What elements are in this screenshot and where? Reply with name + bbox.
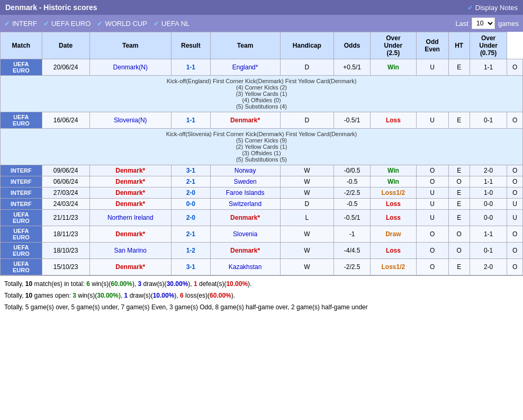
team1-cell: Denmark* (89, 187, 171, 199)
team1-cell: Denmark* (89, 165, 171, 176)
team1-cell: Denmark(N) (89, 59, 171, 76)
table-row: INTERF 06/06/24 Denmark* 2-1 Sweden W -0… (1, 176, 523, 187)
handicap-cell: -2/2.5 (334, 259, 371, 275)
match-type-cell: INTERF (1, 165, 42, 176)
handicap-cell: -1 (334, 226, 371, 243)
odds-cell: Win (371, 165, 417, 176)
ou075-cell: U (507, 199, 523, 210)
ht-cell: 1-0 (470, 187, 507, 199)
filter-uefa-nl[interactable]: ✔ UEFA NL (154, 20, 190, 28)
ou-cell: U (416, 112, 448, 129)
world-cup-label: WORLD CUP (105, 20, 147, 28)
uefa-euro-label: UEFA EURO (51, 20, 91, 28)
ou075-cell: O (507, 243, 523, 259)
main-table: Match Date Team Result Team Handicap Odd… (0, 32, 523, 275)
table-row: UEFAEURO 20/06/24 Denmark(N) 1-1 England… (1, 59, 523, 76)
display-notes-checkbox[interactable]: ✔ (467, 4, 473, 12)
ou075-cell: O (507, 112, 523, 129)
ou075-cell: O (507, 259, 523, 275)
wdl-cell: L (280, 210, 334, 226)
ht-cell: 1-1 (470, 59, 507, 76)
ou075-cell: U (507, 210, 523, 226)
odds-cell: Loss (371, 243, 417, 259)
table-row: UEFAEURO 21/11/23 Northern Ireland 2-0 D… (1, 210, 523, 226)
table-row: INTERF 27/03/24 Denmark* 2-0 Faroe Islan… (1, 187, 523, 199)
team1-cell: Denmark* (89, 226, 171, 243)
filter-uefa-euro[interactable]: ✔ UEFA EURO (43, 20, 91, 28)
team2-cell: Denmark* (210, 112, 280, 129)
detail-cell: Kick-off(Slovenia) First Corner Kick(Den… (1, 129, 523, 165)
col-date: Date (42, 32, 89, 59)
uefa-nl-checkbox[interactable]: ✔ (154, 20, 159, 28)
odds-cell: Loss1/2 (371, 259, 417, 275)
match-type-cell: INTERF (1, 176, 42, 187)
wdl-cell: W (280, 259, 334, 275)
ht-cell: 0-0 (470, 199, 507, 210)
oe-cell: E (448, 165, 470, 176)
col-over-under-25: OverUnder(2.5) (371, 32, 417, 59)
table-row: UEFAEURO 16/06/24 Slovenia(N) 1-1 Denmar… (1, 112, 523, 129)
uefa-euro-checkbox[interactable]: ✔ (43, 20, 49, 28)
match-type-cell: UEFAEURO (1, 226, 42, 243)
handicap-cell: -0.5/1 (334, 210, 371, 226)
result-cell: 0-0 (171, 199, 210, 210)
summary-line3: Totally, 5 game(s) over, 5 game(s) under… (4, 302, 519, 312)
col-ht: HT (448, 32, 470, 59)
date-cell: 24/03/24 (42, 199, 89, 210)
team1-cell: Denmark* (89, 259, 171, 275)
filter-bar: ✔ INTERF ✔ UEFA EURO ✔ WORLD CUP ✔ UEFA … (0, 15, 523, 32)
wdl-cell: W (280, 165, 334, 176)
date-cell: 09/06/24 (42, 165, 89, 176)
ht-cell: 0-1 (470, 112, 507, 129)
ht-cell: 0-1 (470, 243, 507, 259)
detail-row: Kick-off(Slovenia) First Corner Kick(Den… (1, 129, 523, 165)
match-type-cell: UEFAEURO (1, 243, 42, 259)
world-cup-checkbox[interactable]: ✔ (97, 20, 103, 28)
ht-cell: 2-0 (470, 165, 507, 176)
team2-cell: Sweden (210, 176, 280, 187)
result-cell: 1-1 (171, 59, 210, 76)
result-cell: 2-1 (171, 226, 210, 243)
table-row: UEFAEURO 18/10/23 San Marino 1-2 Denmark… (1, 243, 523, 259)
summary-line2: Totally, 10 games open: 3 win(s)(30.00%)… (4, 291, 519, 301)
col-team1: Team (89, 32, 171, 59)
oe-cell: O (448, 226, 470, 243)
interf-checkbox[interactable]: ✔ (4, 20, 10, 28)
ou075-cell: O (507, 59, 523, 76)
odds-cell: Draw (371, 226, 417, 243)
ou-cell: O (416, 243, 448, 259)
games-select[interactable]: 10 20 30 (472, 17, 495, 29)
ou-cell: O (416, 176, 448, 187)
display-notes-toggle[interactable]: ✔ Display Notes (467, 4, 518, 12)
last-label: Last (455, 20, 468, 28)
result-cell: 2-0 (171, 187, 210, 199)
oe-cell: E (448, 259, 470, 275)
ou-cell: O (416, 165, 448, 176)
ou075-cell: O (507, 226, 523, 243)
wdl-cell: D (280, 59, 334, 76)
oe-cell: E (448, 210, 470, 226)
col-over-under-075: OverUnder(0.75) (470, 32, 507, 59)
oe-cell: E (448, 199, 470, 210)
oe-cell: O (448, 176, 470, 187)
ou-cell: U (416, 187, 448, 199)
oe-cell: E (448, 59, 470, 76)
table-row: INTERF 09/06/24 Denmark* 3-1 Norway W -0… (1, 165, 523, 176)
display-notes-label: Display Notes (475, 4, 518, 12)
ht-cell: 2-0 (470, 259, 507, 275)
table-row: UEFAEURO 15/10/23 Denmark* 3-1 Kazakhsta… (1, 259, 523, 275)
odds-cell: Loss1/2 (371, 187, 417, 199)
match-type-cell: UEFAEURO (1, 59, 42, 76)
match-type-cell: INTERF (1, 199, 42, 210)
team2-cell: Kazakhstan (210, 259, 280, 275)
uefa-nl-label: UEFA NL (161, 20, 190, 28)
team2-cell: Norway (210, 165, 280, 176)
filter-world-cup[interactable]: ✔ WORLD CUP (97, 20, 147, 28)
oe-cell: O (448, 243, 470, 259)
col-odd-even: OddEven (416, 32, 448, 59)
result-cell: 1-1 (171, 112, 210, 129)
interf-label: INTERF (12, 20, 37, 28)
oe-cell: E (448, 187, 470, 199)
match-type-cell: INTERF (1, 187, 42, 199)
filter-interf[interactable]: ✔ INTERF (4, 20, 37, 28)
